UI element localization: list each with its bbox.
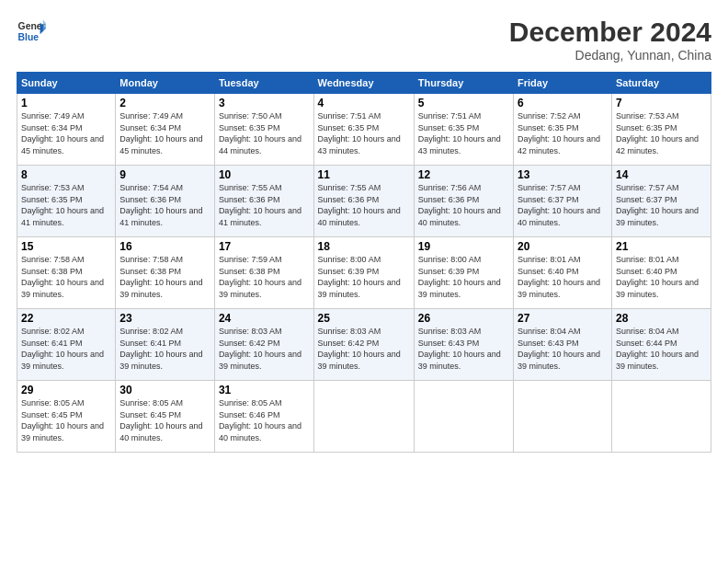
- day-number: 14: [616, 168, 707, 181]
- day-number: 3: [219, 97, 310, 109]
- day-number: 24: [219, 312, 310, 325]
- calendar-cell: 21 Sunrise: 8:01 AM Sunset: 6:40 PM Dayl…: [611, 237, 711, 309]
- day-number: 16: [119, 240, 210, 253]
- calendar-week-row: 15 Sunrise: 7:58 AM Sunset: 6:38 PM Dayl…: [17, 237, 711, 309]
- day-number: 6: [518, 97, 608, 109]
- day-number: 18: [318, 240, 410, 253]
- day-number: 13: [518, 168, 608, 181]
- col-thursday: Thursday: [414, 73, 513, 94]
- calendar-cell: 29 Sunrise: 8:05 AM Sunset: 6:45 PM Dayl…: [17, 381, 116, 453]
- day-info: Sunrise: 8:01 AM Sunset: 6:40 PM Dayligh…: [616, 254, 707, 300]
- day-info: Sunrise: 7:56 AM Sunset: 6:36 PM Dayligh…: [418, 182, 509, 228]
- col-wednesday: Wednesday: [313, 73, 414, 94]
- day-number: 1: [21, 97, 111, 109]
- calendar-cell: 4 Sunrise: 7:51 AM Sunset: 6:35 PM Dayli…: [313, 94, 414, 166]
- day-number: 8: [21, 168, 111, 181]
- calendar-cell: 15 Sunrise: 7:58 AM Sunset: 6:38 PM Dayl…: [17, 237, 116, 309]
- col-saturday: Saturday: [611, 73, 711, 94]
- day-number: 27: [518, 312, 608, 325]
- calendar-cell: [313, 381, 414, 453]
- calendar-cell: 12 Sunrise: 7:56 AM Sunset: 6:36 PM Dayl…: [414, 166, 513, 237]
- calendar-table: Sunday Monday Tuesday Wednesday Thursday…: [17, 72, 711, 453]
- day-number: 26: [418, 312, 509, 325]
- day-info: Sunrise: 8:04 AM Sunset: 6:43 PM Dayligh…: [518, 326, 608, 372]
- day-number: 12: [418, 168, 509, 181]
- col-monday: Monday: [116, 73, 215, 94]
- calendar-cell: 14 Sunrise: 7:57 AM Sunset: 6:37 PM Dayl…: [611, 166, 711, 237]
- day-number: 22: [21, 312, 111, 325]
- calendar-cell: 7 Sunrise: 7:53 AM Sunset: 6:35 PM Dayli…: [611, 94, 711, 166]
- page: General Blue December 2024 Dedang, Yunna…: [0, 0, 728, 563]
- day-number: 23: [119, 312, 210, 325]
- logo-icon: General Blue: [17, 17, 46, 46]
- day-info: Sunrise: 8:00 AM Sunset: 6:39 PM Dayligh…: [418, 254, 509, 300]
- calendar-cell: 30 Sunrise: 8:05 AM Sunset: 6:45 PM Dayl…: [116, 381, 215, 453]
- day-info: Sunrise: 7:51 AM Sunset: 6:35 PM Dayligh…: [318, 110, 410, 156]
- day-number: 19: [418, 240, 509, 253]
- day-number: 10: [219, 168, 310, 181]
- day-info: Sunrise: 7:57 AM Sunset: 6:37 PM Dayligh…: [518, 182, 608, 228]
- day-info: Sunrise: 8:02 AM Sunset: 6:41 PM Dayligh…: [21, 326, 111, 372]
- day-info: Sunrise: 8:03 AM Sunset: 6:42 PM Dayligh…: [318, 326, 410, 372]
- calendar-cell: 10 Sunrise: 7:55 AM Sunset: 6:36 PM Dayl…: [214, 166, 313, 237]
- day-number: 15: [21, 240, 111, 253]
- day-number: 20: [518, 240, 608, 253]
- day-number: 28: [616, 312, 707, 325]
- calendar-cell: 28 Sunrise: 8:04 AM Sunset: 6:44 PM Dayl…: [611, 309, 711, 381]
- day-info: Sunrise: 7:54 AM Sunset: 6:36 PM Dayligh…: [119, 182, 210, 228]
- calendar-cell: [611, 381, 711, 453]
- day-number: 30: [119, 384, 210, 396]
- day-info: Sunrise: 7:58 AM Sunset: 6:38 PM Dayligh…: [119, 254, 210, 300]
- calendar-cell: 2 Sunrise: 7:49 AM Sunset: 6:34 PM Dayli…: [116, 94, 215, 166]
- day-info: Sunrise: 7:49 AM Sunset: 6:34 PM Dayligh…: [119, 110, 210, 156]
- calendar-cell: 11 Sunrise: 7:55 AM Sunset: 6:36 PM Dayl…: [313, 166, 414, 237]
- day-info: Sunrise: 8:05 AM Sunset: 6:46 PM Dayligh…: [219, 397, 310, 443]
- calendar-cell: 31 Sunrise: 8:05 AM Sunset: 6:46 PM Dayl…: [214, 381, 313, 453]
- day-number: 11: [318, 168, 410, 181]
- day-info: Sunrise: 7:58 AM Sunset: 6:38 PM Dayligh…: [21, 254, 111, 300]
- calendar-cell: 17 Sunrise: 7:59 AM Sunset: 6:38 PM Dayl…: [214, 237, 313, 309]
- calendar-week-row: 22 Sunrise: 8:02 AM Sunset: 6:41 PM Dayl…: [17, 309, 711, 381]
- col-friday: Friday: [514, 73, 612, 94]
- day-info: Sunrise: 7:57 AM Sunset: 6:37 PM Dayligh…: [616, 182, 707, 228]
- calendar-cell: 18 Sunrise: 8:00 AM Sunset: 6:39 PM Dayl…: [313, 237, 414, 309]
- calendar-cell: [414, 381, 513, 453]
- day-info: Sunrise: 7:55 AM Sunset: 6:36 PM Dayligh…: [318, 182, 410, 228]
- day-info: Sunrise: 7:50 AM Sunset: 6:35 PM Dayligh…: [219, 110, 310, 156]
- day-info: Sunrise: 8:05 AM Sunset: 6:45 PM Dayligh…: [21, 397, 111, 443]
- calendar-cell: 19 Sunrise: 8:00 AM Sunset: 6:39 PM Dayl…: [414, 237, 513, 309]
- day-number: 17: [219, 240, 310, 253]
- calendar-cell: 16 Sunrise: 7:58 AM Sunset: 6:38 PM Dayl…: [116, 237, 215, 309]
- calendar-cell: 25 Sunrise: 8:03 AM Sunset: 6:42 PM Dayl…: [313, 309, 414, 381]
- calendar-cell: [514, 381, 612, 453]
- calendar-cell: 13 Sunrise: 7:57 AM Sunset: 6:37 PM Dayl…: [514, 166, 612, 237]
- day-number: 7: [616, 97, 707, 109]
- calendar-cell: 9 Sunrise: 7:54 AM Sunset: 6:36 PM Dayli…: [116, 166, 215, 237]
- location: Dedang, Yunnan, China: [509, 48, 711, 63]
- calendar-week-row: 1 Sunrise: 7:49 AM Sunset: 6:34 PM Dayli…: [17, 94, 711, 166]
- day-number: 29: [21, 384, 111, 396]
- day-info: Sunrise: 8:03 AM Sunset: 6:42 PM Dayligh…: [219, 326, 310, 372]
- calendar-week-row: 29 Sunrise: 8:05 AM Sunset: 6:45 PM Dayl…: [17, 381, 711, 453]
- day-info: Sunrise: 7:53 AM Sunset: 6:35 PM Dayligh…: [21, 182, 111, 228]
- calendar-cell: 3 Sunrise: 7:50 AM Sunset: 6:35 PM Dayli…: [214, 94, 313, 166]
- day-info: Sunrise: 8:04 AM Sunset: 6:44 PM Dayligh…: [616, 326, 707, 372]
- col-tuesday: Tuesday: [214, 73, 313, 94]
- logo: General Blue: [17, 17, 46, 46]
- day-info: Sunrise: 8:02 AM Sunset: 6:41 PM Dayligh…: [119, 326, 210, 372]
- day-number: 31: [219, 384, 310, 396]
- calendar-week-row: 8 Sunrise: 7:53 AM Sunset: 6:35 PM Dayli…: [17, 166, 711, 237]
- day-info: Sunrise: 8:00 AM Sunset: 6:39 PM Dayligh…: [318, 254, 410, 300]
- calendar-cell: 6 Sunrise: 7:52 AM Sunset: 6:35 PM Dayli…: [514, 94, 612, 166]
- day-info: Sunrise: 7:49 AM Sunset: 6:34 PM Dayligh…: [21, 110, 111, 156]
- header: General Blue December 2024 Dedang, Yunna…: [17, 17, 711, 63]
- col-sunday: Sunday: [17, 73, 116, 94]
- calendar-cell: 1 Sunrise: 7:49 AM Sunset: 6:34 PM Dayli…: [17, 94, 116, 166]
- day-number: 5: [418, 97, 509, 109]
- day-info: Sunrise: 8:03 AM Sunset: 6:43 PM Dayligh…: [418, 326, 509, 372]
- day-info: Sunrise: 7:51 AM Sunset: 6:35 PM Dayligh…: [418, 110, 509, 156]
- day-number: 25: [318, 312, 410, 325]
- day-info: Sunrise: 8:01 AM Sunset: 6:40 PM Dayligh…: [518, 254, 608, 300]
- calendar-cell: 20 Sunrise: 8:01 AM Sunset: 6:40 PM Dayl…: [514, 237, 612, 309]
- calendar-cell: 5 Sunrise: 7:51 AM Sunset: 6:35 PM Dayli…: [414, 94, 513, 166]
